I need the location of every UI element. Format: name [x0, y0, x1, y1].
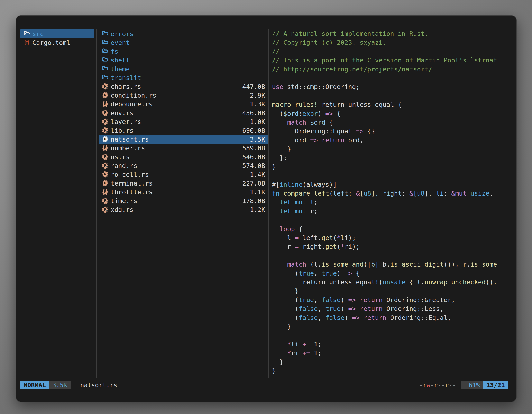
- code-line: use std::cmp::Ordering;: [272, 82, 515, 91]
- status-right-group: -rw-r--r-- 61% 13/21: [419, 381, 508, 389]
- svg-text:R: R: [104, 137, 106, 141]
- file-name: xdg.rs: [111, 206, 250, 213]
- code-line: }: [272, 357, 515, 366]
- file-name: throttle.rs: [111, 188, 250, 196]
- folder-open-icon: [102, 66, 111, 72]
- status-filename: natsort.rs: [80, 382, 117, 389]
- file-row[interactable]: errors: [99, 29, 268, 38]
- svg-text:R: R: [104, 84, 106, 88]
- file-row[interactable]: shell: [99, 56, 268, 64]
- code-line: *li += 1;: [272, 340, 515, 349]
- file-size-badge: 3.5K: [49, 381, 70, 389]
- code-line: // A natural sort implementation in Rust…: [272, 29, 515, 38]
- file-row[interactable]: Rxdg.rs1.2K: [99, 205, 268, 214]
- file-name: ro_cell.rs: [111, 171, 250, 178]
- rust-icon: R: [102, 154, 111, 160]
- svg-text:R: R: [104, 119, 106, 124]
- file-row[interactable]: Rlayer.rs1.0K: [99, 117, 268, 126]
- file-name: rand.rs: [111, 162, 242, 169]
- file-row[interactable]: Rtime.rs178.0B: [99, 196, 268, 205]
- file-size: 1.1K: [250, 188, 265, 196]
- code-line: return_unless_equal!(unsafe { l.unwrap_u…: [272, 278, 515, 287]
- file-row[interactable]: theme: [99, 64, 268, 73]
- file-row[interactable]: fs: [99, 47, 268, 56]
- rust-icon: R: [102, 127, 111, 134]
- folder-open-icon: [102, 48, 111, 54]
- folder-open-icon: [102, 30, 111, 37]
- file-name: layer.rs: [111, 118, 250, 125]
- file-name: natsort.rs: [111, 136, 250, 143]
- code-line: loop {: [272, 225, 515, 233]
- file-row[interactable]: Rdebounce.rs1.3K: [99, 100, 268, 108]
- rust-icon: R: [102, 92, 111, 98]
- code-line: ord => return ord,: [272, 136, 515, 144]
- code-line: macro_rules! return_unless_equal {: [272, 100, 515, 109]
- file-name: fs: [111, 48, 265, 55]
- file-name: Cargo.toml: [32, 39, 91, 46]
- code-line: [272, 331, 515, 340]
- file-row[interactable]: Rlib.rs690.0B: [99, 126, 268, 135]
- code-line: };: [272, 154, 515, 162]
- file-size: 178.0B: [242, 197, 265, 204]
- svg-text:R: R: [104, 172, 106, 176]
- svg-text:R: R: [104, 102, 106, 106]
- file-size: 574.0B: [242, 162, 265, 169]
- file-name: errors: [111, 30, 265, 38]
- code-line: r = right.get(*ri);: [272, 242, 515, 251]
- file-size: 227.0B: [242, 180, 265, 187]
- file-name: number.rs: [111, 144, 242, 152]
- file-size: 546.0B: [242, 153, 265, 161]
- file-row[interactable]: Rnumber.rs589.0B: [99, 144, 268, 152]
- rust-icon: R: [102, 180, 111, 186]
- code-line: }: [272, 287, 515, 295]
- svg-text:R: R: [104, 146, 106, 150]
- code-line: [272, 216, 515, 224]
- code-line: //: [272, 47, 515, 56]
- code-line: [272, 74, 515, 82]
- code-line: let mut r;: [272, 207, 515, 216]
- code-line: (false, true) => return Ordering::Less,: [272, 304, 515, 313]
- rust-icon: R: [102, 171, 111, 178]
- current-pane: errorseventfsshellthemetranslitRchars.rs…: [99, 29, 268, 379]
- code-line: [272, 171, 515, 180]
- file-size: 589.0B: [242, 144, 265, 152]
- rust-icon: R: [102, 83, 111, 90]
- code-line: *ri += 1;: [272, 349, 515, 357]
- code-line: }: [272, 163, 515, 171]
- file-size: 1.0K: [250, 118, 265, 125]
- file-row[interactable]: translit: [99, 73, 268, 82]
- code-line: }: [272, 366, 515, 375]
- code-line: // This is a port of the C version of Ma…: [272, 56, 515, 65]
- status-bar: NORMAL 3.5K natsort.rs -rw-r--r-- 61% 13…: [20, 381, 508, 389]
- file-size: 1.2K: [250, 206, 265, 213]
- code-line: let mut l;: [272, 198, 515, 207]
- file-row[interactable]: Cargo.toml: [20, 38, 94, 47]
- preview-pane: // A natural sort implementation in Rust…: [272, 29, 515, 379]
- file-row[interactable]: Ros.rs546.0B: [99, 152, 268, 161]
- file-row[interactable]: Rrand.rs574.0B: [99, 161, 268, 170]
- code-line: (true, false) => return Ordering::Greate…: [272, 296, 515, 304]
- file-name: shell: [111, 57, 265, 64]
- file-row[interactable]: Rthrottle.rs1.1K: [99, 188, 268, 196]
- code-line: #[inline(always)]: [272, 180, 515, 189]
- file-name: terminal.rs: [111, 180, 242, 187]
- code-line: [272, 91, 515, 100]
- svg-text:R: R: [104, 111, 106, 115]
- file-name: os.rs: [111, 153, 242, 161]
- file-name: src: [32, 30, 91, 38]
- file-row[interactable]: Rnatsort.rs3.5K: [99, 135, 268, 144]
- file-row[interactable]: Renv.rs436.0B: [99, 108, 268, 117]
- file-row[interactable]: Rterminal.rs227.0B: [99, 179, 268, 188]
- file-row[interactable]: event: [99, 38, 268, 47]
- file-row[interactable]: src: [20, 29, 94, 38]
- rust-icon: R: [102, 136, 111, 142]
- file-row[interactable]: Rro_cell.rs1.4K: [99, 170, 268, 179]
- svg-text:R: R: [104, 181, 106, 185]
- file-size: 447.0B: [242, 83, 265, 90]
- file-name: lib.rs: [111, 127, 242, 134]
- rust-icon: R: [102, 118, 111, 125]
- rust-icon: R: [102, 189, 111, 195]
- file-row[interactable]: Rchars.rs447.0B: [99, 82, 268, 91]
- code-line: // Copyright (c) 2023, sxyazi.: [272, 38, 515, 47]
- file-row[interactable]: Rcondition.rs2.9K: [99, 91, 268, 100]
